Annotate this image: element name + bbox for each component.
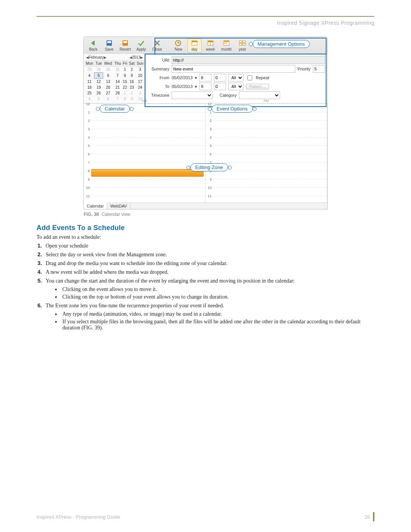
page-number: 29 — [365, 514, 370, 520]
svg-rect-11 — [224, 41, 229, 42]
sub-5b: Clicking on the top or bottom of your ev… — [55, 294, 374, 300]
back-arrow-icon — [89, 40, 97, 46]
category-field[interactable] — [239, 91, 280, 99]
uri-label: URI — [150, 58, 169, 62]
step-3: Drag and drop the media you want to sche… — [43, 260, 374, 267]
footer-guide: Inspired XPress - Programming Guide — [37, 514, 120, 520]
timeline[interactable]: AM 121234567891011 PM 121234567891011 — [84, 103, 327, 203]
to-label: To — [150, 84, 169, 89]
new-button[interactable]: New — [171, 38, 186, 53]
to-ampm-field[interactable]: AM — [228, 83, 244, 90]
year-label: 2013 — [132, 55, 140, 59]
month-next-icon[interactable]: ▶ — [104, 56, 107, 59]
figure-caption: FIG. 38 Calendar view — [84, 212, 327, 217]
priority-field[interactable] — [313, 65, 325, 73]
repeat-label: Repeat — [256, 75, 269, 80]
from-hour-field[interactable] — [199, 74, 212, 81]
svg-rect-16 — [239, 43, 242, 45]
callout-calendar: Calendar — [100, 105, 130, 113]
category-label: Category — [220, 93, 237, 97]
step-5: You can change the start and the duratio… — [43, 278, 374, 300]
sub-6a: Any type of media (animation, video, or … — [55, 311, 374, 317]
month-button[interactable]: month — [219, 38, 234, 53]
back-button[interactable]: Back — [86, 38, 100, 53]
calendar-pane: ◀ February ▶ ◀ 2013 ▶ MonTueWedThuFriSat… — [84, 54, 146, 103]
step-1: Open your schedule — [43, 243, 374, 249]
close-button[interactable]: Close — [150, 38, 164, 53]
day-button[interactable]: day — [187, 38, 202, 53]
pattern-button[interactable]: Pattern ... — [246, 84, 269, 89]
timezone-field[interactable] — [172, 91, 213, 99]
calendar-year-icon — [239, 40, 246, 46]
back-label: Back — [89, 47, 97, 51]
calendar-grid[interactable]: MonTueWedThuFriSatSun 282930311234567891… — [84, 60, 145, 102]
event-form: URI Summary Priority From 05/02/2013 ▾ A… — [146, 54, 327, 103]
sub-5a: Clicking on the event allows you to move… — [55, 286, 374, 292]
calendar-month-icon — [223, 40, 230, 46]
calendar-day-icon — [191, 40, 198, 46]
svg-rect-14 — [239, 41, 242, 43]
close-x-icon — [153, 40, 161, 46]
from-ampm-field[interactable]: AM — [228, 74, 244, 81]
calendar-week-icon — [207, 40, 214, 46]
step-2: Select the day or week view from the Man… — [43, 251, 374, 258]
section-title: Add Events To a Schedule — [37, 224, 374, 232]
from-date[interactable]: 05/02/2013 — [172, 75, 193, 80]
timezone-label: Timezone — [150, 93, 169, 97]
priority-label: Priority — [298, 67, 311, 71]
top-rule — [37, 16, 374, 17]
screenshot: Back Save Revert Apply — [83, 37, 328, 209]
revert-icon — [121, 40, 129, 46]
save-button[interactable]: Save — [102, 38, 116, 53]
apply-button[interactable]: Apply — [134, 38, 148, 53]
check-icon — [137, 40, 145, 46]
step-6: The Event zone lets you fine-tune the re… — [43, 302, 374, 331]
to-hour-field[interactable] — [199, 83, 212, 90]
svg-rect-1 — [107, 41, 111, 43]
running-header: Inspired Signage XPress Programming — [37, 20, 374, 26]
repeat-checkbox[interactable] — [247, 75, 252, 80]
summary-field[interactable] — [172, 65, 295, 73]
intro-text: To add an event to a schedule: — [37, 234, 374, 240]
callout-editing: Editing Zone — [190, 163, 228, 171]
from-label: From — [150, 75, 169, 80]
am-header: AM — [142, 99, 147, 103]
dropdown-icon[interactable]: ▾ — [195, 84, 197, 89]
svg-rect-12 — [225, 43, 226, 43]
svg-rect-13 — [226, 43, 227, 43]
step-6-sublist: Any type of media (animation, video, or … — [55, 311, 374, 331]
dropdown-icon[interactable]: ▾ — [195, 75, 197, 80]
week-button[interactable]: week — [203, 38, 218, 53]
year-next-icon[interactable]: ▶ — [140, 56, 143, 59]
callout-event: Event Options — [212, 105, 253, 113]
steps-list: Open your schedule Select the day or wee… — [37, 243, 374, 331]
to-date[interactable]: 05/02/2013 — [172, 84, 193, 89]
pm-column: PM 121234567891011 — [206, 104, 327, 203]
clock-plus-icon — [175, 40, 182, 46]
pm-header: PM — [264, 99, 269, 103]
step-5-sublist: Clicking on the event allows you to move… — [55, 286, 374, 300]
svg-rect-15 — [243, 41, 245, 43]
year-button[interactable]: year — [235, 38, 250, 53]
am-column: AM 121234567891011 — [84, 104, 206, 203]
svg-rect-6 — [192, 41, 197, 42]
step-4: A new event will be added where the medi… — [43, 269, 374, 275]
svg-rect-17 — [243, 43, 245, 45]
panels: ◀ February ▶ ◀ 2013 ▶ MonTueWedThuFriSat… — [84, 54, 327, 103]
month-prev-icon[interactable]: ◀ — [86, 56, 89, 59]
callout-management: Management Options — [253, 40, 310, 48]
sub-6b: If you select multiple files in the brow… — [55, 319, 374, 331]
svg-rect-3 — [123, 41, 127, 43]
revert-button[interactable]: Revert — [118, 38, 132, 53]
from-min-field[interactable] — [214, 74, 226, 81]
summary-label: Summary — [150, 67, 169, 71]
month-label: February — [89, 55, 104, 59]
corner-bar-icon — [373, 512, 374, 521]
year-prev-icon[interactable]: ◀ — [129, 56, 132, 59]
to-min-field[interactable] — [214, 83, 226, 90]
footer: Inspired XPress - Programming Guide 29 — [37, 512, 374, 521]
uri-field[interactable] — [172, 56, 325, 64]
save-icon — [105, 40, 113, 46]
